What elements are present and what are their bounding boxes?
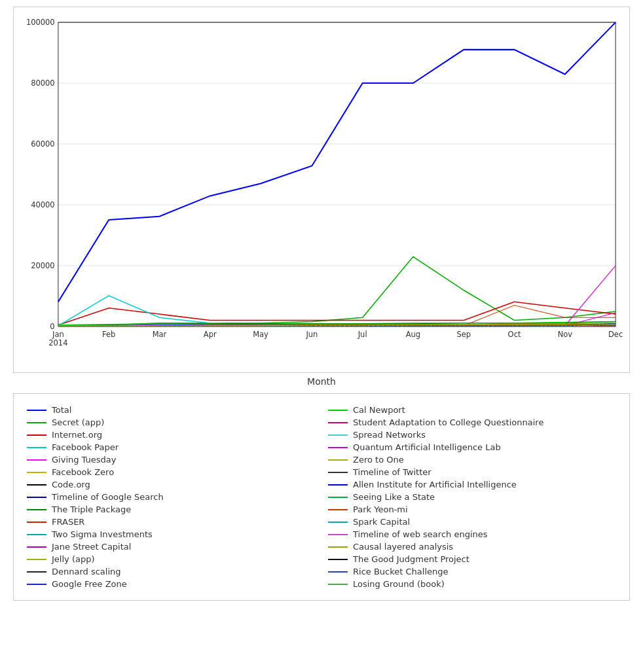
grid-lines bbox=[58, 22, 615, 327]
legend-label-fraser: FRASER bbox=[52, 517, 84, 527]
legend-label-zero-to-one: Zero to One bbox=[353, 455, 404, 465]
legend-label-timeline-twitter: Timeline of Twitter bbox=[353, 467, 432, 477]
legend-item-park-yeon-mi: Park Yeon-mi bbox=[328, 503, 616, 516]
legend-label-dennard: Dennard scaling bbox=[52, 567, 121, 576]
legend-column-right: Cal Newport Student Adaptation to Colleg… bbox=[328, 404, 616, 590]
legend-label-good-judgment: The Good Judgment Project bbox=[353, 554, 469, 564]
legend-item-student-adapt: Student Adaptation to College Questionna… bbox=[328, 416, 616, 429]
svg-text:Feb: Feb bbox=[102, 330, 115, 339]
legend-color-secret bbox=[27, 422, 46, 423]
legend-color-causal-layered bbox=[328, 546, 348, 548]
legend-label-secret: Secret (app) bbox=[52, 417, 104, 427]
legend-color-good-judgment bbox=[328, 559, 348, 560]
svg-text:Mar: Mar bbox=[153, 330, 167, 339]
legend-color-jelly bbox=[27, 559, 46, 560]
legend-color-park-yeon-mi bbox=[328, 509, 348, 510]
legend-color-facebook-zero bbox=[27, 472, 46, 473]
legend-item-jane-street: Jane Street Capital bbox=[27, 540, 315, 553]
legend-item-secret: Secret (app) bbox=[27, 416, 315, 429]
svg-text:Nov: Nov bbox=[558, 330, 573, 339]
legend-label-park-yeon-mi: Park Yeon-mi bbox=[353, 504, 408, 514]
svg-text:60000: 60000 bbox=[31, 139, 54, 149]
y-axis-labels: 0 20000 40000 60000 80000 100000 bbox=[26, 18, 55, 331]
legend-item-dennard: Dennard scaling bbox=[27, 565, 315, 578]
legend-item-fraser: FRASER bbox=[27, 516, 315, 528]
legend-label-quantum-ai: Quantum Artificial Intelligence Lab bbox=[353, 442, 501, 452]
svg-text:80000: 80000 bbox=[31, 79, 54, 88]
legend-item-losing-ground: Losing Ground (book) bbox=[328, 578, 616, 590]
legend-label-web-search-timeline: Timeline of web search engines bbox=[353, 529, 488, 539]
legend-label-giving-tuesday: Giving Tuesday bbox=[52, 455, 117, 465]
legend-item-spread-networks: Spread Networks bbox=[328, 429, 616, 441]
legend-color-fraser bbox=[27, 522, 46, 523]
legend-color-allen-institute bbox=[328, 484, 348, 486]
chart-svg: 0 20000 40000 60000 80000 100000 Jan 201… bbox=[14, 7, 629, 372]
legend-color-giving-tuesday bbox=[27, 459, 46, 461]
legend-item-rice-bucket: Rice Bucket Challenge bbox=[328, 565, 616, 578]
legend-item-internetorg: Internet.org bbox=[27, 429, 315, 441]
legend-item-web-search-timeline: Timeline of web search engines bbox=[328, 528, 616, 540]
legend-color-internetorg bbox=[27, 434, 46, 436]
svg-text:Jan: Jan bbox=[52, 330, 64, 339]
legend-item-allen-institute: Allen Institute for Artificial Intellige… bbox=[328, 478, 616, 491]
legend-item-two-sigma: Two Sigma Investments bbox=[27, 528, 315, 540]
legend-item-jelly: Jelly (app) bbox=[27, 553, 315, 565]
legend-color-quantum-ai bbox=[328, 447, 348, 448]
legend-color-codeorg bbox=[27, 484, 46, 486]
legend-item-zero-to-one: Zero to One bbox=[328, 453, 616, 466]
svg-text:May: May bbox=[253, 330, 268, 339]
legend-label-google-free-zone: Google Free Zone bbox=[52, 579, 127, 589]
svg-text:Jul: Jul bbox=[358, 330, 367, 339]
legend-item-google-free-zone: Google Free Zone bbox=[27, 578, 315, 590]
legend-item-triple-package: The Triple Package bbox=[27, 503, 315, 516]
legend-item-cal-newport: Cal Newport bbox=[328, 404, 616, 416]
legend-color-losing-ground bbox=[328, 584, 348, 585]
svg-text:20000: 20000 bbox=[31, 261, 54, 270]
axes bbox=[58, 22, 615, 327]
svg-text:Jun: Jun bbox=[305, 330, 318, 339]
legend-label-total: Total bbox=[52, 405, 71, 415]
legend-color-timeline-twitter bbox=[328, 472, 348, 473]
legend-label-jelly: Jelly (app) bbox=[52, 554, 95, 564]
legend-color-seeing-like-state bbox=[328, 497, 348, 498]
legend-label-facebook-paper: Facebook Paper bbox=[52, 442, 119, 452]
x-axis-labels: Jan 2014 Feb Mar Apr May Jun Jul Aug Sep… bbox=[48, 330, 623, 348]
facebook-paper-line bbox=[58, 296, 615, 326]
legend-label-facebook-zero: Facebook Zero bbox=[52, 467, 114, 477]
legend-item-timeline-twitter: Timeline of Twitter bbox=[328, 466, 616, 478]
legend-item-causal-layered: Causal layered analysis bbox=[328, 540, 616, 553]
legend-color-spread-networks bbox=[328, 434, 348, 436]
legend-label-causal-layered: Causal layered analysis bbox=[353, 542, 453, 552]
legend-label-spark-capital: Spark Capital bbox=[353, 517, 410, 527]
legend-item-seeing-like-state: Seeing Like a State bbox=[328, 491, 616, 503]
x-axis-label: Month bbox=[13, 376, 630, 387]
legend-column-left: Total Secret (app) Internet.org Facebook… bbox=[27, 404, 315, 590]
legend-color-rice-bucket bbox=[328, 571, 348, 573]
legend-label-rice-bucket: Rice Bucket Challenge bbox=[353, 567, 449, 576]
legend-color-facebook-paper bbox=[27, 447, 46, 448]
legend-color-zero-to-one bbox=[328, 459, 348, 461]
svg-text:Apr: Apr bbox=[204, 330, 217, 339]
svg-text:2014: 2014 bbox=[48, 338, 67, 347]
legend-color-google-free-zone bbox=[27, 584, 46, 585]
legend-color-jane-street bbox=[27, 546, 46, 548]
legend-label-cal-newport: Cal Newport bbox=[353, 405, 405, 415]
svg-text:Dec: Dec bbox=[608, 330, 623, 339]
legend-item-quantum-ai: Quantum Artificial Intelligence Lab bbox=[328, 441, 616, 453]
internetorg-line bbox=[58, 302, 615, 325]
legend-color-student-adapt bbox=[328, 422, 348, 423]
legend-item-facebook-zero: Facebook Zero bbox=[27, 466, 315, 478]
web-search-timeline-line bbox=[58, 266, 615, 326]
svg-text:Oct: Oct bbox=[508, 330, 521, 339]
chart-container: 0 20000 40000 60000 80000 100000 Jan 201… bbox=[0, 0, 643, 607]
legend-item-codeorg: Code.org bbox=[27, 478, 315, 491]
legend-label-jane-street: Jane Street Capital bbox=[52, 542, 131, 552]
svg-text:Aug: Aug bbox=[406, 330, 420, 339]
legend-item-facebook-paper: Facebook Paper bbox=[27, 441, 315, 453]
legend-label-internetorg: Internet.org bbox=[52, 430, 102, 440]
legend-label-losing-ground: Losing Ground (book) bbox=[353, 579, 445, 589]
legend-color-total bbox=[27, 410, 46, 411]
legend-item-total: Total bbox=[27, 404, 315, 416]
legend-label-triple-package: The Triple Package bbox=[52, 504, 131, 514]
svg-text:40000: 40000 bbox=[31, 200, 54, 209]
